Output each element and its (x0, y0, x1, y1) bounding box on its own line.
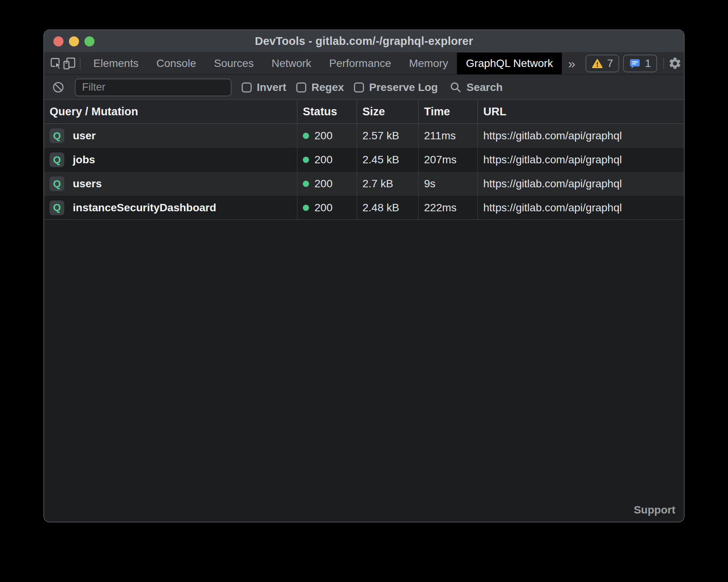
column-header-query: Query / Mutation (44, 100, 297, 123)
traffic-lights (53, 30, 94, 52)
close-button[interactable] (53, 36, 64, 46)
three-dots-icon (682, 57, 685, 70)
column-header-url: URL (478, 100, 684, 123)
column-header-status: Status (297, 100, 357, 123)
status-dot (303, 157, 309, 163)
status-dot (303, 181, 309, 187)
tab-performance[interactable]: Performance (320, 53, 400, 74)
column-header-size: Size (357, 100, 419, 123)
message-bubble-icon (629, 58, 640, 69)
warnings-badge[interactable]: 7 (585, 55, 620, 72)
filter-input[interactable] (75, 79, 232, 96)
regex-label: Regex (311, 81, 344, 94)
issues-badge[interactable]: 1 (623, 55, 657, 72)
inspect-cursor-icon (50, 57, 63, 70)
column-header-time: Time (419, 100, 478, 123)
more-tabs-chevron[interactable]: » (562, 53, 582, 74)
response-time: 222ms (424, 202, 457, 214)
block-icon (52, 81, 65, 94)
status-code: 200 (314, 130, 333, 142)
devtools-tabbar: Elements Console Sources Network Perform… (44, 53, 684, 74)
query-type-badge: Q (50, 176, 64, 191)
warning-triangle-icon (592, 58, 603, 69)
query-name: user (73, 130, 96, 142)
filter-toolbar: Invert Regex Preserve Log Search (44, 74, 684, 100)
issues-count: 1 (645, 57, 651, 70)
query-name: instanceSecurityDashboard (73, 202, 216, 214)
table-row[interactable]: Q jobs 200 2.45 kB 207ms https://gitlab.… (44, 148, 684, 172)
support-link[interactable]: Support (634, 504, 675, 516)
response-size: 2.48 kB (362, 202, 399, 214)
gear-icon (668, 56, 682, 70)
tab-elements[interactable]: Elements (84, 53, 148, 74)
table-row[interactable]: Q users 200 2.7 kB 9s https://gitlab.com… (44, 172, 684, 196)
devtools-window: DevTools - gitlab.com/-/graphql-explorer… (43, 29, 685, 522)
tabbar-separator-2 (663, 58, 664, 69)
request-url: https://gitlab.com/api/graphql (483, 178, 622, 190)
preserve-log-checkbox-input[interactable] (354, 82, 364, 92)
tab-memory[interactable]: Memory (400, 53, 457, 74)
window-title: DevTools - gitlab.com/-/graphql-explorer (255, 35, 473, 48)
tab-network[interactable]: Network (263, 53, 320, 74)
tabbar-separator (80, 58, 81, 69)
query-name: users (73, 178, 102, 190)
table-body: Q user 200 2.57 kB 211ms https://gitlab.… (44, 124, 684, 220)
status-code: 200 (314, 154, 333, 166)
invert-label: Invert (257, 81, 286, 94)
clear-button[interactable] (52, 81, 65, 94)
minimize-button[interactable] (69, 36, 79, 46)
search-button[interactable]: Search (450, 81, 503, 94)
response-size: 2.7 kB (362, 178, 393, 190)
titlebar: DevTools - gitlab.com/-/graphql-explorer (44, 30, 684, 53)
invert-checkbox-input[interactable] (242, 82, 252, 92)
response-time: 9s (424, 178, 436, 190)
empty-panel-area (44, 220, 684, 522)
invert-checkbox[interactable]: Invert (242, 81, 286, 94)
status-dot (303, 133, 309, 139)
table-row[interactable]: Q instanceSecurityDashboard 200 2.48 kB … (44, 196, 684, 220)
more-options-button[interactable] (682, 55, 685, 72)
status-code: 200 (314, 202, 333, 214)
preserve-log-label: Preserve Log (369, 81, 438, 94)
table-row[interactable]: Q user 200 2.57 kB 211ms https://gitlab.… (44, 124, 684, 148)
request-url: https://gitlab.com/api/graphql (483, 154, 622, 166)
response-time: 211ms (424, 130, 456, 142)
request-url: https://gitlab.com/api/graphql (483, 202, 622, 214)
response-size: 2.57 kB (362, 130, 399, 142)
table-header: Query / Mutation Status Size Time URL (44, 100, 684, 124)
preserve-log-checkbox[interactable]: Preserve Log (354, 81, 438, 94)
search-icon (450, 81, 462, 94)
response-size: 2.45 kB (362, 154, 399, 166)
device-toolbar-button[interactable] (63, 55, 76, 72)
query-type-badge: Q (50, 152, 64, 167)
inspect-element-button[interactable] (50, 55, 63, 72)
regex-checkbox-input[interactable] (296, 82, 306, 92)
request-url: https://gitlab.com/api/graphql (483, 130, 622, 142)
status-code: 200 (314, 178, 333, 190)
zoom-button[interactable] (84, 36, 94, 46)
regex-checkbox[interactable]: Regex (296, 81, 344, 94)
query-type-badge: Q (50, 128, 64, 143)
query-name: jobs (73, 154, 95, 166)
tab-graphql-network[interactable]: GraphQL Network (457, 53, 562, 74)
warnings-count: 7 (607, 57, 613, 70)
status-dot (303, 205, 309, 211)
query-type-badge: Q (50, 200, 64, 215)
response-time: 207ms (424, 154, 457, 166)
search-label: Search (467, 81, 503, 94)
tab-sources[interactable]: Sources (205, 53, 263, 74)
device-toolbar-icon (63, 57, 76, 70)
tab-console[interactable]: Console (148, 53, 205, 74)
settings-button[interactable] (668, 55, 682, 72)
